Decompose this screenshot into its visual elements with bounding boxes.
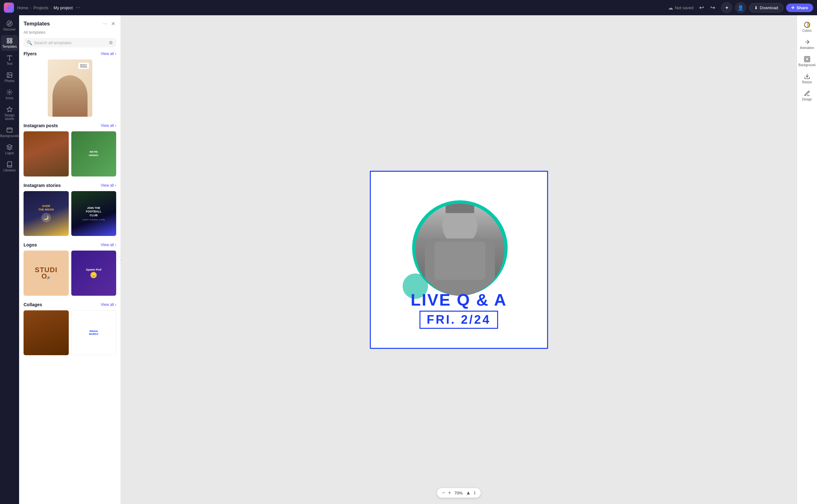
sidebar-item-libraries[interactable]: Libraries	[1, 159, 18, 175]
sidebar-item-backgrounds[interactable]: Backgrounds	[1, 124, 18, 140]
story-template-1[interactable]: OVERTHE MOON 🌙	[24, 191, 69, 236]
templates-panel: Templates ··· ✕ All templates 🔍 ⚙ Flyers…	[19, 15, 121, 504]
redo-button[interactable]: ↪	[708, 3, 718, 12]
download-button[interactable]: ⬇ Download	[749, 3, 784, 12]
svg-marker-2	[8, 22, 10, 24]
story-template-2[interactable]: JOIN THEFOOTBALLCLUB EVERY TUESDAY, 2-4P…	[71, 191, 116, 236]
templates-content: Flyers View all › Sisters'Society Instag…	[19, 51, 121, 504]
right-panel-animation[interactable]: Animation	[798, 36, 816, 52]
panel-header-actions: ··· ✕	[102, 20, 116, 28]
svg-point-9	[9, 92, 10, 93]
right-panel: Colors Animation Background Resize	[797, 15, 817, 504]
search-icon: 🔍	[27, 40, 32, 45]
insta-posts-title: Instagram posts	[24, 123, 58, 128]
insta-stories-grid: OVERTHE MOON 🌙 JOIN THEFOOTBALLCLUB EVER…	[24, 191, 116, 236]
save-status: ☁ Not saved	[668, 5, 694, 11]
logos-grid: STUDI O🔊 Spawn Pod 💡	[24, 251, 116, 296]
logo-template-1[interactable]: STUDI O🔊	[24, 251, 69, 296]
left-sidebar: Discover Templates Text Photos	[0, 15, 19, 504]
section-insta-stories-header: Instagram stories View all ›	[24, 183, 116, 188]
zoom-bar: − + 70% ▲ ℹ	[437, 488, 481, 498]
sidebar-item-icons[interactable]: Icons	[1, 86, 18, 102]
collage-template-1[interactable]	[24, 310, 69, 356]
panel-close-btn[interactable]: ✕	[110, 20, 116, 28]
collages-title: Collages	[24, 302, 42, 307]
right-panel-design[interactable]: Design	[798, 88, 816, 104]
topbar-actions: ✦ 👤 ⬇ Download ✈ Share	[721, 2, 813, 13]
breadcrumb-sep1: ›	[30, 5, 31, 10]
zoom-level: 70%	[454, 491, 462, 495]
zoom-in-btn[interactable]: +	[448, 490, 451, 496]
section-flyers-header: Flyers View all ›	[24, 51, 116, 56]
insta-stories-title: Instagram stories	[24, 183, 61, 188]
flyer-template-1[interactable]: Sisters'Society	[48, 59, 92, 117]
insta-posts-grid: ZOE FRANCIS WE'REHIRING!	[24, 131, 116, 176]
share-icon: ✈	[791, 5, 795, 10]
live-qa-text: LIVE Q & A	[411, 292, 507, 308]
svg-rect-6	[10, 41, 12, 43]
collages-grid: BRIAN MARKS	[24, 310, 116, 356]
sidebar-item-photos[interactable]: Photos	[1, 69, 18, 85]
download-icon: ⬇	[754, 5, 758, 10]
magic-btn[interactable]: ✦	[721, 2, 732, 13]
right-panel-colors[interactable]: Colors	[798, 19, 816, 35]
logo-template-2[interactable]: Spawn Pod 💡	[71, 251, 116, 296]
account-btn[interactable]: 👤	[735, 2, 746, 13]
logos-view-all[interactable]: View all ›	[101, 243, 116, 247]
sidebar-item-templates[interactable]: Templates	[1, 35, 18, 51]
flyers-view-all[interactable]: View all ›	[101, 52, 116, 56]
breadcrumb-sep2: ›	[50, 5, 52, 10]
design-bottom-text: LIVE Q & A FRI. 2/24	[371, 292, 547, 329]
insta-post-template-1[interactable]: ZOE FRANCIS	[24, 131, 69, 176]
section-collages-header: Collages View all ›	[24, 302, 116, 307]
sidebar-item-discover[interactable]: Discover	[1, 18, 18, 34]
section-logos: Logos View all › STUDI O🔊 Spawn Pod 💡	[24, 242, 116, 296]
svg-point-8	[8, 74, 9, 75]
svg-rect-15	[806, 58, 809, 61]
search-input[interactable]	[34, 40, 107, 45]
sidebar-item-text[interactable]: Text	[1, 52, 18, 68]
canvas-design[interactable]: BRIAN MARKS LIVE Q & A FRI. 2/24	[370, 171, 548, 349]
nav-projects[interactable]: Projects	[33, 5, 48, 10]
canvas-area: BRIAN MARKS LIVE Q & A FRI. 2/24 − + 70%…	[121, 15, 797, 504]
insta-stories-view-all[interactable]: View all ›	[101, 183, 116, 188]
flyers-grid: Sisters'Society	[24, 59, 116, 117]
insta-post-template-2[interactable]: WE'REHIRING!	[71, 131, 116, 176]
collages-view-all[interactable]: View all ›	[101, 302, 116, 307]
search-bar: 🔍 ⚙	[24, 38, 116, 47]
app-logo	[4, 3, 14, 13]
canvas-wrapper: BRIAN MARKS LIVE Q & A FRI. 2/24	[370, 171, 548, 349]
insta-posts-view-all[interactable]: View all ›	[101, 123, 116, 128]
section-instagram-stories: Instagram stories View all › OVERTHE MOO…	[24, 183, 116, 236]
project-name[interactable]: My project	[53, 5, 73, 10]
right-panel-background[interactable]: Background	[798, 53, 816, 69]
topbar: Home › Projects › My project ··· ☁ Not s…	[0, 0, 817, 15]
zoom-out-btn[interactable]: −	[442, 490, 445, 496]
zoom-up-btn[interactable]: ▲	[466, 490, 471, 496]
svg-rect-3	[7, 38, 9, 40]
right-panel-resize[interactable]: Resize	[798, 71, 816, 86]
curved-text-brian-marks: BRIAN MARKS	[371, 181, 547, 245]
svg-point-0	[6, 5, 12, 10]
section-flyers: Flyers View all › Sisters'Society	[24, 51, 116, 117]
filter-btn[interactable]: ⚙	[109, 40, 113, 45]
panel-title: Templates	[24, 21, 50, 27]
share-button[interactable]: ✈ Share	[786, 3, 813, 12]
zoom-info-btn[interactable]: ℹ	[474, 490, 475, 495]
breadcrumb: Home › Projects › My project ···	[17, 3, 662, 12]
svg-text:BRIAN MARKS: BRIAN MARKS	[384, 181, 541, 186]
undo-button[interactable]: ↩	[697, 3, 707, 12]
svg-rect-5	[7, 41, 9, 43]
sidebar-item-logos[interactable]: Logos	[1, 142, 18, 157]
date-text: FRI. 2/24	[419, 311, 498, 329]
flyers-title: Flyers	[24, 51, 37, 56]
collage-template-2[interactable]: BRIAN MARKS	[71, 310, 116, 356]
panel-header: Templates ··· ✕	[19, 15, 121, 30]
sidebar-item-design-assets[interactable]: Design assets	[1, 104, 18, 123]
nav-home[interactable]: Home	[17, 5, 28, 10]
more-options-btn[interactable]: ···	[74, 3, 82, 12]
svg-rect-10	[7, 128, 12, 132]
logos-title: Logos	[24, 242, 37, 247]
main-layout: Discover Templates Text Photos	[0, 15, 817, 504]
panel-more-btn[interactable]: ···	[102, 20, 108, 28]
